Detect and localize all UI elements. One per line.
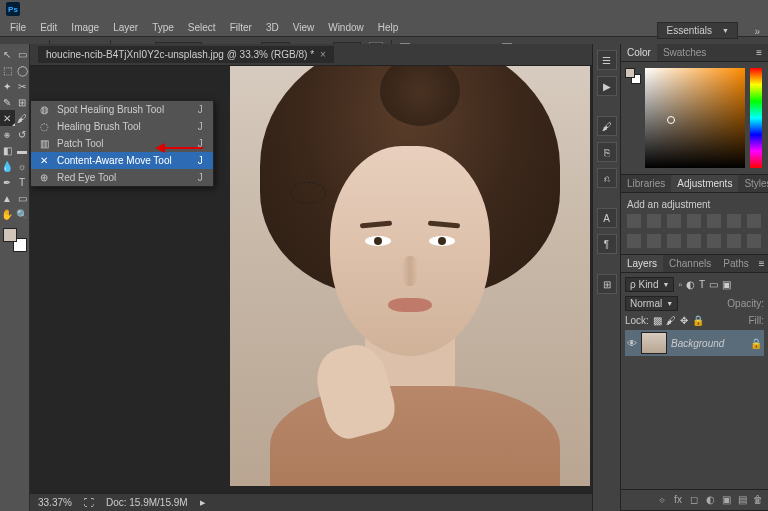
adj-balance-icon[interactable] [747, 214, 761, 228]
menu-layer[interactable]: Layer [107, 20, 144, 35]
zoom-level[interactable]: 33.37% [38, 497, 72, 508]
menu-window[interactable]: Window [322, 20, 370, 35]
tab-color[interactable]: Color [621, 44, 657, 61]
collapse-panels-icon[interactable]: » [754, 26, 760, 37]
adj-threshold-icon[interactable] [747, 234, 761, 248]
zoom-tool[interactable]: 🔍 [15, 206, 30, 222]
blur-tool[interactable]: 💧 [0, 158, 15, 174]
group-icon[interactable]: ▣ [720, 494, 732, 506]
filter-smart-icon[interactable]: ▣ [722, 279, 731, 290]
foreground-background-colors[interactable] [3, 228, 27, 252]
tab-layers[interactable]: Layers [621, 255, 663, 272]
actions-panel-icon[interactable]: ▶ [597, 76, 617, 96]
adj-hue-icon[interactable] [727, 214, 741, 228]
quick-select-tool[interactable]: ✦ [0, 78, 15, 94]
flyout-spot-healing[interactable]: ◍Spot Healing Brush ToolJ [31, 101, 213, 118]
brush-tool[interactable]: 🖌 [15, 110, 30, 126]
layer-row-background[interactable]: 👁 Background 🔒 [625, 330, 764, 356]
adj-exposure-icon[interactable] [687, 214, 701, 228]
expand-icon[interactable]: ⛶ [84, 497, 94, 508]
menu-file[interactable]: File [4, 20, 32, 35]
adj-levels-icon[interactable] [647, 214, 661, 228]
menu-filter[interactable]: Filter [224, 20, 258, 35]
adj-lookup-icon[interactable] [687, 234, 701, 248]
crop-tool[interactable]: ✂ [15, 78, 30, 94]
gradient-tool[interactable]: ▬ [15, 142, 30, 158]
flyout-red-eye[interactable]: ⊕Red Eye ToolJ [31, 169, 213, 186]
frame-tool[interactable]: ⊞ [15, 94, 30, 110]
tab-styles[interactable]: Styles [738, 175, 768, 192]
menu-help[interactable]: Help [372, 20, 405, 35]
paragraph-panel-icon[interactable]: ¶ [597, 234, 617, 254]
eraser-tool[interactable]: ◧ [0, 142, 15, 158]
adj-curves-icon[interactable] [667, 214, 681, 228]
document-tab[interactable]: houcine-ncib-B4TjXnI0Y2c-unsplash.jpg @ … [38, 46, 334, 63]
brush-settings-icon[interactable]: ⎘ [597, 142, 617, 162]
clone-stamp-tool[interactable]: ⎈ [0, 126, 15, 142]
flyout-healing-brush[interactable]: ◌Healing Brush ToolJ [31, 118, 213, 135]
lock-trans-icon[interactable]: ▩ [653, 315, 662, 326]
tab-swatches[interactable]: Swatches [657, 44, 712, 61]
tab-adjustments[interactable]: Adjustments [671, 175, 738, 192]
artboard-tool[interactable]: ▭ [15, 46, 30, 62]
pen-tool[interactable]: ✒ [0, 174, 15, 190]
new-layer-icon[interactable]: ▤ [736, 494, 748, 506]
type-tool[interactable]: T [15, 174, 30, 190]
color-picker-field[interactable] [645, 68, 745, 168]
adj-posterize-icon[interactable] [727, 234, 741, 248]
close-icon[interactable]: × [320, 49, 326, 60]
hue-slider[interactable] [750, 68, 762, 168]
shape-tool[interactable]: ▭ [15, 190, 30, 206]
history-panel-icon[interactable]: ☰ [597, 50, 617, 70]
filter-pixel-icon[interactable]: ▫ [678, 279, 682, 290]
tab-libraries[interactable]: Libraries [621, 175, 671, 192]
layer-thumbnail[interactable] [641, 332, 667, 354]
navigator-panel-icon[interactable]: ⊞ [597, 274, 617, 294]
adj-bw-icon[interactable] [627, 234, 641, 248]
visibility-icon[interactable]: 👁 [627, 338, 637, 349]
filter-adj-icon[interactable]: ◐ [686, 279, 695, 290]
layer-fx-icon[interactable]: fx [672, 494, 684, 506]
menu-3d[interactable]: 3D [260, 20, 285, 35]
hand-tool[interactable]: ✋ [0, 206, 15, 222]
menu-image[interactable]: Image [65, 20, 105, 35]
layer-filter-kind[interactable]: ρ Kind▼ [625, 277, 674, 292]
adj-mixer-icon[interactable] [667, 234, 681, 248]
panel-menu-icon[interactable]: ≡ [750, 44, 768, 61]
fgbg-mini[interactable] [625, 68, 641, 84]
adj-layer-icon[interactable]: ◐ [704, 494, 716, 506]
filter-type-icon[interactable]: T [699, 279, 705, 290]
link-layers-icon[interactable]: ⟐ [656, 494, 668, 506]
menu-select[interactable]: Select [182, 20, 222, 35]
layer-name[interactable]: Background [671, 338, 724, 349]
filter-shape-icon[interactable]: ▭ [709, 279, 718, 290]
delete-layer-icon[interactable]: 🗑 [752, 494, 764, 506]
adj-vibrance-icon[interactable] [707, 214, 721, 228]
menu-view[interactable]: View [287, 20, 321, 35]
adj-invert-icon[interactable] [707, 234, 721, 248]
menu-edit[interactable]: Edit [34, 20, 63, 35]
adj-photo-filter-icon[interactable] [647, 234, 661, 248]
menu-type[interactable]: Type [146, 20, 180, 35]
blend-mode-dropdown[interactable]: Normal▼ [625, 296, 678, 311]
lock-all-icon[interactable]: 🔒 [692, 315, 704, 326]
clone-source-icon[interactable]: ⎌ [597, 168, 617, 188]
lock-pos-icon[interactable]: ✥ [680, 315, 688, 326]
chevron-right-icon[interactable]: ▶ [200, 499, 205, 507]
lock-pixel-icon[interactable]: 🖌 [666, 315, 676, 326]
path-select-tool[interactable]: ▲ [0, 190, 15, 206]
dodge-tool[interactable]: ☼ [15, 158, 30, 174]
panel-menu-icon[interactable]: ≡ [755, 255, 768, 272]
character-panel-icon[interactable]: A [597, 208, 617, 228]
tab-channels[interactable]: Channels [663, 255, 717, 272]
move-tool[interactable]: ↖ [0, 46, 15, 62]
healing-brush-tool[interactable]: ✕ [0, 110, 15, 126]
history-brush-tool[interactable]: ↺ [15, 126, 30, 142]
layer-mask-icon[interactable]: ◻ [688, 494, 700, 506]
marquee-tool[interactable]: ⬚ [0, 62, 15, 78]
adj-brightness-icon[interactable] [627, 214, 641, 228]
eyedropper-tool[interactable]: ✎ [0, 94, 15, 110]
workspace-dropdown[interactable]: Essentials▼ [657, 22, 738, 39]
brush-panel-icon[interactable]: 🖌 [597, 116, 617, 136]
lasso-tool[interactable]: ◯ [15, 62, 30, 78]
